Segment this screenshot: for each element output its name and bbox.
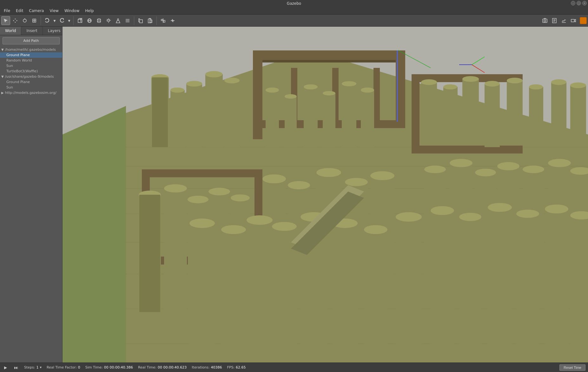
point-light-btn[interactable] (104, 16, 113, 25)
svg-point-140 (475, 169, 496, 176)
menu-camera[interactable]: Camera (26, 8, 46, 14)
tree-child-sun-1[interactable]: Sun (0, 63, 62, 69)
svg-point-134 (396, 212, 422, 222)
redo-btn[interactable] (57, 16, 66, 25)
paste-btn[interactable] (146, 16, 155, 25)
snap-btn[interactable] (168, 16, 177, 25)
svg-point-132 (364, 225, 387, 234)
cylinder-btn[interactable] (95, 16, 103, 25)
redo-dropdown[interactable]: ▾ (67, 16, 71, 25)
scale-tool[interactable] (30, 16, 39, 25)
sim-time-value: 00 00:00:40.386 (104, 365, 133, 369)
undo-btn[interactable] (43, 16, 52, 25)
align-btn[interactable] (159, 16, 168, 25)
arrow-2: ▼ (1, 75, 4, 78)
screenshot-btn[interactable] (540, 16, 549, 25)
menu-window[interactable]: Window (62, 8, 82, 14)
tree-folder-3[interactable]: ▶ http://models.gazebosim.org/ (0, 90, 62, 95)
folder-label-3: http://models.gazebosim.org/ (5, 91, 56, 95)
svg-rect-159 (570, 215, 588, 362)
svg-rect-131 (364, 230, 388, 362)
svg-point-13 (117, 19, 119, 20)
tree-folder-1[interactable]: ▼ /home/melih/.gazebo/models (0, 47, 62, 52)
menu-view[interactable]: View (47, 8, 61, 14)
tree-folder-2[interactable]: ▼ /usr/share/gazebo-9/models (0, 74, 62, 79)
menu-edit[interactable]: Edit (13, 8, 26, 14)
sphere-btn[interactable] (85, 16, 94, 25)
undo-dropdown[interactable]: ▾ (52, 16, 57, 25)
svg-point-120 (189, 219, 215, 228)
translate-tool[interactable] (11, 16, 20, 25)
copy-btn[interactable] (136, 16, 145, 25)
tree-child-sun-2[interactable]: Sun (0, 85, 62, 90)
video-btn[interactable] (569, 16, 578, 25)
svg-rect-90 (507, 81, 523, 146)
tree-child-random-world[interactable]: Random World (0, 58, 62, 63)
tree-child-ground-plane-2[interactable]: Ground Plane (0, 79, 62, 85)
menu-file[interactable]: File (1, 8, 13, 14)
svg-rect-100 (139, 195, 160, 312)
svg-rect-88 (485, 84, 500, 147)
tab-insert[interactable]: Insert (21, 27, 43, 35)
svg-point-124 (247, 215, 273, 225)
tree-child-ground-plane-1[interactable]: Ground Plane (0, 52, 62, 58)
rtf-label: Real Time Factor: (47, 365, 77, 369)
rotate-tool[interactable] (20, 16, 29, 25)
svg-point-142 (497, 162, 519, 170)
log-btn[interactable] (550, 16, 559, 25)
maximize-btn[interactable]: □ (577, 1, 581, 5)
svg-point-150 (431, 206, 454, 215)
svg-rect-153 (488, 207, 512, 362)
steps-dropdown[interactable]: ▾ (40, 365, 42, 369)
svg-rect-155 (516, 214, 539, 362)
svg-point-12 (108, 19, 109, 21)
sim-time-label: Sim Time: (85, 365, 103, 369)
svg-point-158 (545, 205, 568, 213)
iterations-item: Iterations: 40386 (192, 365, 222, 369)
fps-value: 62.65 (236, 365, 246, 369)
3d-viewport[interactable] (63, 27, 588, 362)
title-bar: Gazebo – □ × (0, 0, 588, 7)
fps-item: FPS: 62.65 (227, 365, 246, 369)
select-tool[interactable] (1, 16, 10, 25)
step-btn[interactable]: ⏭ (13, 365, 19, 370)
play-pause-btn[interactable]: ▶ (3, 365, 8, 370)
svg-rect-43 (253, 60, 405, 62)
arrow-1: ▼ (1, 48, 4, 51)
status-bar: ▶ ⏭ Steps: 1 ▾ Real Time Factor: 0 Sim T… (0, 362, 588, 372)
svg-rect-86 (462, 79, 479, 146)
close-btn[interactable]: × (582, 1, 587, 5)
minimize-btn[interactable]: – (571, 1, 575, 5)
add-path-button[interactable]: Add Path (3, 37, 60, 44)
tab-world[interactable]: World (0, 27, 21, 35)
dir-light-btn[interactable] (123, 16, 132, 25)
svg-point-156 (516, 210, 539, 218)
tree-child-turtlebot[interactable]: TurtleBot3(Waffle) (0, 69, 62, 74)
svg-rect-157 (545, 209, 568, 362)
svg-rect-151 (459, 217, 481, 362)
steps-value: 1 (36, 365, 38, 369)
svg-rect-51 (412, 74, 420, 153)
svg-point-146 (548, 159, 571, 167)
spot-light-btn[interactable] (114, 16, 122, 25)
svg-rect-4 (78, 19, 82, 23)
svg-point-8 (97, 19, 101, 20)
real-time-item: Real Time: 00 00:00:40.623 (138, 365, 187, 369)
svg-rect-76 (323, 93, 335, 147)
plot-btn[interactable] (559, 16, 568, 25)
svg-rect-49 (373, 68, 380, 120)
svg-rect-21 (161, 19, 163, 21)
svg-point-23 (172, 20, 173, 21)
menu-help[interactable]: Help (83, 8, 96, 14)
box-btn[interactable] (76, 16, 84, 25)
main-area: World Insert Layers Add Path ▼ /home/mel… (0, 27, 588, 362)
window-controls[interactable]: – □ × (571, 1, 587, 5)
svg-point-9 (97, 21, 101, 23)
svg-rect-149 (431, 211, 454, 362)
sep3 (134, 16, 134, 25)
svg-point-77 (323, 91, 335, 95)
svg-point-85 (443, 84, 457, 89)
svg-rect-123 (247, 220, 273, 362)
svg-point-91 (507, 78, 523, 83)
reset-time-button[interactable]: Reset Time (559, 364, 585, 371)
